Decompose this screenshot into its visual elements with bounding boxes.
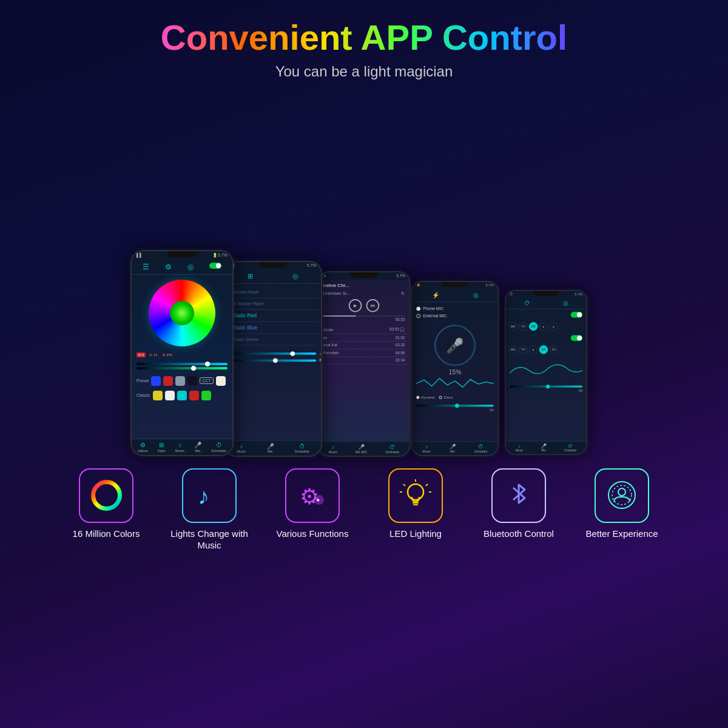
schedule-toggle[interactable] xyxy=(571,312,582,318)
preset-black[interactable] xyxy=(187,376,197,386)
day-dot2[interactable]: ● xyxy=(550,322,558,331)
day-sa[interactable]: SA xyxy=(539,345,548,354)
schedule-handle[interactable] xyxy=(546,385,550,388)
style-item-5[interactable]: Static Green xyxy=(228,334,318,345)
repeat-icon[interactable]: ↻ xyxy=(401,291,405,295)
circle-icon-2[interactable]: ◎ xyxy=(292,272,298,280)
style-speed-handle[interactable] xyxy=(273,358,278,363)
classic-red[interactable] xyxy=(189,391,199,400)
classic-cyan[interactable] xyxy=(177,391,187,400)
mic-sensitivity-handle[interactable] xyxy=(455,403,459,408)
color-wheel[interactable] xyxy=(149,280,215,346)
music-tab-4[interactable]: ♪ Music xyxy=(423,443,431,453)
menu-icon[interactable]: ☰ xyxy=(143,263,149,271)
mic-wave xyxy=(412,376,497,391)
classic-white[interactable] xyxy=(165,391,175,400)
mic-tab-5[interactable]: 🎤 Mic xyxy=(541,443,547,452)
mic-tab-2[interactable]: 🎤 Mic xyxy=(267,443,274,453)
svg-line-10 xyxy=(426,484,428,486)
schedule-brightness[interactable] xyxy=(510,385,582,387)
schedule-nav-icon[interactable]: ⏱ xyxy=(524,300,530,306)
mic-tab[interactable]: 🎤 Mic xyxy=(194,442,201,453)
dynamic-option[interactable]: Dynamic xyxy=(416,395,435,399)
mic-options: Phone MIC External MIC xyxy=(412,302,497,322)
schedule-tab-2[interactable]: ⏱ Schedule xyxy=(295,443,309,453)
day-dot1[interactable]: ● xyxy=(539,322,548,331)
style-item-1[interactable]: Strobe Flash xyxy=(228,287,318,298)
day-we-2[interactable]: WE xyxy=(508,345,517,354)
experience-svg-icon xyxy=(605,479,639,512)
day-fr[interactable]: FR xyxy=(529,322,538,331)
mic-tab-3[interactable]: 🎤 Mic MIC xyxy=(356,443,368,453)
style-speed[interactable]: ☀ xyxy=(230,359,317,362)
style-item-2[interactable]: le Strobe Flash xyxy=(228,298,318,310)
disco-radio[interactable] xyxy=(439,396,442,399)
music-tab-5[interactable]: ♪ Music xyxy=(516,443,524,452)
music-list: Jonas 00:53 🎧 as 01:02 Imat Kat 03:20 Po… xyxy=(318,323,409,366)
preset-blue[interactable] xyxy=(151,376,161,386)
style-brightness[interactable]: + xyxy=(230,352,317,355)
phone-mic-radio[interactable] xyxy=(416,306,420,311)
circle-icon-5[interactable]: ◎ xyxy=(563,300,568,306)
play-controls: ▶ ⏭ xyxy=(318,295,409,315)
phone-mic-option[interactable]: Phone MIC xyxy=(416,306,494,311)
play-button[interactable]: ▶ xyxy=(349,299,362,312)
colors-icon-box xyxy=(79,468,133,523)
experience-icon-box xyxy=(595,468,649,523)
progress-track[interactable] xyxy=(323,315,405,317)
day-dot3[interactable]: ● xyxy=(529,345,538,354)
schedule-tab[interactable]: ⏱ Schedule xyxy=(211,442,226,453)
mic-label-3: Mic MIC xyxy=(356,450,368,453)
grid-icon-2[interactable]: ⊞ xyxy=(248,272,254,280)
dynamic-radio[interactable] xyxy=(416,396,419,399)
music-tab[interactable]: ♪ Music xyxy=(175,442,185,453)
day-we[interactable]: WE xyxy=(508,322,517,331)
brightness-slider[interactable] xyxy=(136,363,228,365)
preset-gray[interactable] xyxy=(175,376,185,386)
preset-white[interactable] xyxy=(216,376,226,386)
schedule-icon-5: ⏱ xyxy=(568,443,573,449)
phones-section: ▌▌ 16:10 🔋5.7% ☰ ⚙ ◎ R 0 G 14 B 25 xyxy=(130,104,598,456)
song-3[interactable]: Imat Kat 03:20 xyxy=(321,342,407,349)
schedule-tab-5[interactable]: ⏱ Schedule xyxy=(564,443,576,452)
style-tab[interactable]: ⊞ Style xyxy=(157,442,165,453)
preset-label: Preset xyxy=(136,379,149,383)
music-tab-2[interactable]: ♪ Music xyxy=(237,443,246,453)
preset-red[interactable] xyxy=(163,376,173,386)
adjust-tab[interactable]: ⚙ Adjust xyxy=(138,442,148,453)
song-5[interactable]: 03:34 xyxy=(321,357,407,365)
music-tab-3[interactable]: ♪ Music xyxy=(329,443,337,453)
external-mic-radio[interactable] xyxy=(416,314,420,318)
next-button[interactable]: ⏭ xyxy=(366,299,380,312)
song-1[interactable]: Jonas 00:53 🎧 xyxy=(321,326,407,334)
day-th[interactable]: TH xyxy=(519,322,527,331)
mic-sensitivity-slider[interactable] xyxy=(416,405,494,406)
song-2[interactable]: as 01:02 xyxy=(321,334,407,342)
toggle-switch[interactable] xyxy=(209,263,221,269)
mic-label-4: Mic xyxy=(450,450,455,453)
classic-green[interactable] xyxy=(201,391,211,400)
style-item-4[interactable]: Static Blue xyxy=(228,322,318,334)
circle-icon-4[interactable]: ◎ xyxy=(473,292,479,299)
style-brightness-handle[interactable] xyxy=(291,351,295,356)
brightness-handle[interactable] xyxy=(205,362,210,366)
mic-nav-icon[interactable]: ⚡ xyxy=(432,292,440,299)
disco-option[interactable]: Disco xyxy=(439,395,453,399)
sliders-icon[interactable]: ⚙ xyxy=(165,263,172,271)
day-su[interactable]: SU xyxy=(550,345,558,354)
schedule-tab-4[interactable]: ⏱ Schedule xyxy=(474,443,487,453)
style-item-3[interactable]: Static Red xyxy=(228,310,318,322)
day-th-2[interactable]: TH xyxy=(519,345,527,354)
mic-tab-4[interactable]: 🎤 Mic xyxy=(450,443,456,453)
classic-yellow[interactable] xyxy=(153,391,163,400)
speed-slider[interactable] xyxy=(136,367,228,369)
phone-5-wrapper: ⏱ 16:10 5.7% ⏱ ◎ WE TH FR ● ● xyxy=(505,290,587,455)
schedule-toggle-2[interactable] xyxy=(571,335,582,341)
speed-handle[interactable] xyxy=(191,366,196,371)
schedule-tab-3[interactable]: ⏱ Schedule xyxy=(385,443,399,453)
circle-icon[interactable]: ◎ xyxy=(187,263,194,271)
song-4[interactable]: Porcelain 04:08 xyxy=(321,349,407,357)
song-1-time: 00:53 🎧 xyxy=(389,327,405,331)
external-mic-option[interactable]: External MIC xyxy=(416,313,494,318)
phone-1-nav: ☰ ⚙ ◎ xyxy=(132,260,232,275)
